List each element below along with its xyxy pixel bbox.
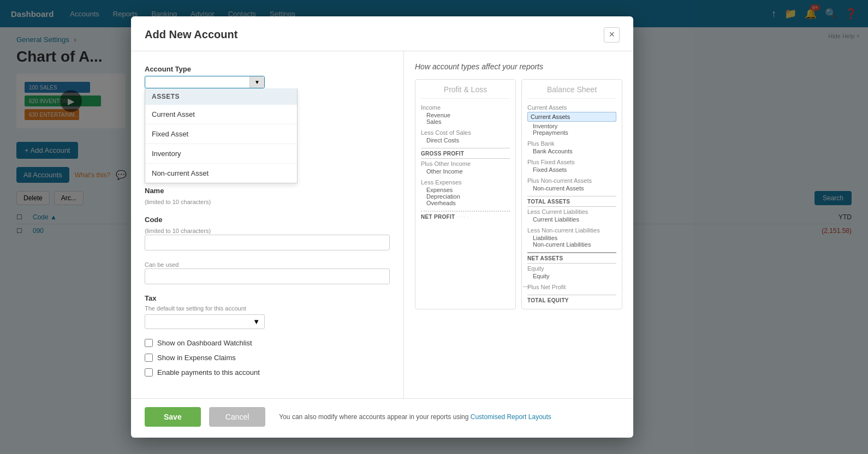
bs-current-assets-label: Current Assets: [527, 104, 616, 111]
account-type-dropdown-list: ASSETS Current Asset Fixed Asset Invento…: [145, 88, 298, 183]
bs-non-current-liabilities-label: Less Non-current Liabilities: [527, 227, 616, 234]
pl-income-label: Income: [421, 104, 510, 111]
pl-expenses-label: Less Expenses: [421, 179, 510, 186]
pl-cost-of-sales-section: Less Cost of Sales Direct Costs: [421, 129, 510, 144]
bs-current-assets-item: Current Assets: [527, 112, 616, 122]
bs-current-liabilities-section: Less Current Liabilities Current Liabili…: [527, 208, 616, 223]
checkbox-dashboard-label: Show on Dashboard Watchlist: [157, 339, 252, 347]
code-input[interactable]: [145, 235, 390, 250]
save-button[interactable]: Save: [145, 407, 201, 427]
pl-other-income: Other Income: [421, 168, 510, 175]
bs-current-liabilities: Current Liabilities: [527, 216, 616, 223]
bs-inventory: Inventory: [527, 123, 616, 129]
tax-arrow-icon: ▼: [253, 318, 260, 326]
pl-sales: Sales: [421, 118, 510, 125]
modal-title: Add New Account: [145, 28, 237, 41]
modal-body: Account Type ▼ ASSETS Current Asset Fixe…: [131, 51, 633, 398]
description-input[interactable]: [145, 268, 390, 284]
checkbox-expense-input[interactable]: [145, 354, 153, 362]
bs-equity-label: Equity: [527, 265, 616, 272]
modal-header: Add New Account ×: [131, 16, 633, 51]
balance-sheet-title: Balance Sheet: [527, 85, 616, 99]
dropdown-item-inventory[interactable]: Inventory: [145, 144, 297, 164]
account-type-dropdown-container: ▼ ASSETS Current Asset Fixed Asset Inven…: [145, 76, 390, 88]
name-group: Name (limited to 10 characters): [145, 187, 390, 206]
footer-note: You can also modify where accounts appea…: [279, 413, 551, 421]
cancel-button[interactable]: Cancel: [209, 407, 266, 427]
pl-cost-label: Less Cost of Sales: [421, 129, 510, 136]
bs-net-profit-section: Plus Net Profit: [527, 284, 616, 290]
pl-direct-costs: Direct Costs: [421, 137, 510, 144]
bs-equity-section: Equity Equity: [527, 265, 616, 279]
checkbox-expense-claims[interactable]: Show in Expense Claims: [145, 354, 390, 362]
pl-expenses: Expenses: [421, 187, 510, 193]
pl-gross-profit: GROSS PROFIT: [421, 148, 510, 157]
dropdown-item-fixed-asset[interactable]: Fixed Asset: [145, 124, 297, 144]
checkbox-payments-input[interactable]: [145, 368, 153, 377]
dropdown-arrow-icon[interactable]: ▼: [249, 76, 264, 88]
pl-other-income-label: Plus Other Income: [421, 160, 510, 167]
checkbox-expense-label: Show in Expense Claims: [157, 354, 236, 362]
bs-current-liabilities-label: Less Current Liabilities: [527, 208, 616, 215]
bs-equity: Equity: [527, 273, 616, 279]
bs-bank-label: Plus Bank: [527, 140, 616, 147]
bs-non-current-liabilities-section: Less Non-current Liabilities Liabilities…: [527, 227, 616, 248]
bs-net-assets: NET ASSETS: [527, 252, 616, 261]
profit-loss-title: Profit & Loss: [421, 85, 510, 99]
name-label: Name: [145, 187, 390, 195]
dropdown-item-non-current-asset[interactable]: Non-current Asset: [145, 164, 297, 183]
reports-panel-title: How account types affect your reports: [415, 62, 622, 71]
name-hint: (limited to 10 characters): [145, 199, 211, 205]
checkbox-dashboard-watchlist[interactable]: Show on Dashboard Watchlist: [145, 339, 390, 347]
form-fields-below-dropdown: Name (limited to 10 characters) Code (li…: [145, 187, 390, 377]
modal-footer: Save Cancel You can also modify where ac…: [131, 398, 633, 438]
balance-sheet-panel: Balance Sheet Current Assets Current Ass…: [521, 79, 622, 309]
bs-fixed-assets-label: Plus Fixed Assets: [527, 159, 616, 165]
pl-income-section: Income Revenue Sales: [421, 104, 510, 125]
pl-revenue: Revenue: [421, 112, 510, 118]
bs-total-assets: TOTAL ASSETS: [527, 196, 616, 205]
bs-plus-net-profit-label: Plus Net Profit: [527, 284, 616, 290]
bs-non-current-liabilities: Non-current Liabilities: [527, 241, 616, 248]
dropdown-item-current-asset[interactable]: Current Asset: [145, 105, 297, 124]
bs-total-equity: TOTAL EQUITY: [527, 295, 616, 303]
checkbox-payments-label: Enable payments to this account: [157, 368, 260, 377]
code-hint: (limited to 10 characters): [145, 228, 211, 234]
bs-fixed-assets: Fixed Assets: [527, 166, 616, 173]
pl-overheads: Overheads: [421, 200, 510, 206]
bs-fixed-assets-section: Plus Fixed Assets Fixed Assets: [527, 159, 616, 173]
profit-loss-panel: Profit & Loss Income Revenue Sales Less …: [415, 79, 516, 309]
checkbox-enable-payments[interactable]: Enable payments to this account: [145, 368, 390, 377]
bs-liabilities: Liabilities: [527, 235, 616, 241]
description-group: Can be used: [145, 260, 390, 284]
tax-group: Tax The default tax setting for this acc…: [145, 294, 390, 329]
reports-panels: Profit & Loss Income Revenue Sales Less …: [415, 79, 622, 309]
pl-net-profit: NET PROFIT · · · ·: [421, 211, 510, 220]
description-hint: Can be used: [145, 261, 179, 268]
bs-current-assets-section: Current Assets Current Assets Inventory …: [527, 104, 616, 136]
bs-prepayments: Prepayments: [527, 129, 616, 136]
pl-other-income-section: Plus Other Income Other Income: [421, 160, 510, 175]
checkbox-dashboard-input[interactable]: [145, 339, 153, 347]
tax-select[interactable]: ▼: [145, 314, 265, 329]
connecting-arrow-icon: →: [521, 280, 532, 292]
bs-bank-section: Plus Bank Bank Accounts: [527, 140, 616, 154]
bs-non-current-assets-section: Plus Non-current Assets Non-current Asse…: [527, 177, 616, 192]
account-type-group: Account Type ▼ ASSETS Current Asset Fixe…: [145, 65, 390, 88]
modal-reports-panel: How account types affect your reports Pr…: [404, 51, 633, 398]
modal-form-panel: Account Type ▼ ASSETS Current Asset Fixe…: [131, 51, 404, 398]
modal-close-button[interactable]: ×: [604, 27, 620, 43]
pl-expenses-section: Less Expenses Expenses Depreciation Over…: [421, 179, 510, 206]
pl-depreciation: Depreciation: [421, 193, 510, 200]
code-group: Code (limited to 10 characters): [145, 216, 390, 250]
account-type-select[interactable]: ▼: [145, 76, 265, 88]
bs-non-current-assets-label: Plus Non-current Assets: [527, 177, 616, 184]
customised-report-layouts-link[interactable]: Customised Report Layouts: [471, 413, 551, 421]
add-account-modal: Add New Account × Account Type ▼ ASSETS …: [131, 16, 633, 438]
code-label: Code: [145, 216, 390, 224]
bs-non-current-assets: Non-current Assets: [527, 185, 616, 192]
tax-hint: The default tax setting for this account: [145, 305, 390, 312]
checkbox-group: Show on Dashboard Watchlist Show in Expe…: [145, 339, 390, 377]
tax-label: Tax: [145, 294, 390, 302]
dropdown-group-assets: ASSETS: [145, 88, 297, 105]
